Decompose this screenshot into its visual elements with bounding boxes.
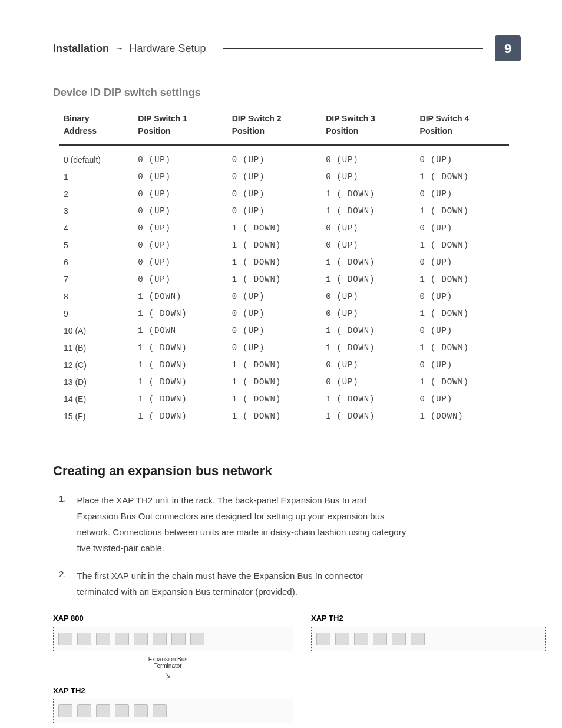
arrow-icon: ↘ <box>53 669 283 681</box>
connector-icon <box>115 633 129 645</box>
cell-switch: 0 (UP) <box>133 169 227 186</box>
table-row: 81 (DOWN)0 (UP)0 (UP)0 (UP) <box>59 288 509 305</box>
label-xapth2-top: XAP TH2 <box>311 612 546 624</box>
cell-switch: 1 (DOWN) <box>415 408 509 431</box>
connector-icon <box>134 633 148 645</box>
connector-icon <box>115 704 129 717</box>
table-row: 50 (UP)1 ( DOWN)0 (UP)1 ( DOWN) <box>59 237 509 254</box>
table-row: 15 (F)1 ( DOWN)1 ( DOWN)1 ( DOWN)1 (DOWN… <box>59 408 509 431</box>
header-breadcrumb: Installation ~ Hardware Setup <box>53 41 206 57</box>
cell-switch: 0 (UP) <box>321 145 415 169</box>
table-row: 13 (D)1 ( DOWN)1 ( DOWN)0 (UP)1 ( DOWN) <box>59 374 509 391</box>
step-text: The first XAP unit in the chain must hav… <box>77 568 407 599</box>
table-row: 10 (UP)0 (UP)0 (UP)1 ( DOWN) <box>59 169 509 186</box>
cell-switch: 1 ( DOWN) <box>133 340 227 357</box>
cell-switch: 1 (DOWN <box>133 322 227 340</box>
ebus-section-title: Creating an expansion bus network <box>53 461 521 480</box>
cell-address: 13 (D) <box>59 374 133 391</box>
cell-switch: 1 ( DOWN) <box>415 169 509 186</box>
cell-address: 5 <box>59 237 133 254</box>
table-row: 20 (UP)0 (UP)1 ( DOWN)0 (UP) <box>59 186 509 203</box>
cell-address: 0 (default) <box>59 145 133 169</box>
cell-address: 6 <box>59 254 133 271</box>
connector-icon <box>58 633 72 645</box>
document-page: Installation ~ Hardware Setup 9 Device I… <box>0 0 562 728</box>
connector-icon <box>411 633 425 645</box>
terminator-label-1: Expansion Bus Terminator <box>53 656 283 669</box>
table-row: 40 (UP)1 ( DOWN)0 (UP)0 (UP) <box>59 220 509 237</box>
cell-switch: 0 (UP) <box>321 374 415 391</box>
connector-icon <box>96 633 110 645</box>
connector-icon <box>354 633 368 645</box>
cell-switch: 0 (UP) <box>133 254 227 271</box>
step-item: 2. The first XAP unit in the chain must … <box>59 568 521 599</box>
cell-switch: 1 ( DOWN) <box>415 374 509 391</box>
connector-icon <box>190 633 204 645</box>
cell-switch: 0 (UP) <box>415 220 509 237</box>
connector-icon <box>153 704 167 717</box>
panel-xap800 <box>53 627 293 651</box>
cell-switch: 0 (UP) <box>415 186 509 203</box>
header-separator: ~ <box>116 41 123 57</box>
cell-switch: 1 ( DOWN) <box>415 237 509 254</box>
figure-top-row: XAP 800 XAP TH2 <box>53 611 521 651</box>
cell-switch: 1 ( DOWN) <box>133 357 227 374</box>
cell-switch: 0 (UP) <box>321 305 415 322</box>
cell-switch: 1 ( DOWN) <box>415 271 509 288</box>
cell-switch: 0 (UP) <box>227 169 321 186</box>
cell-address: 9 <box>59 305 133 322</box>
cell-switch: 1 ( DOWN) <box>321 203 415 220</box>
steps-list: 1. Place the XAP TH2 unit in the rack. T… <box>59 492 521 599</box>
cell-switch: 0 (UP) <box>227 288 321 305</box>
page-number-badge: 9 <box>495 35 521 61</box>
col-dip1: DIP Switch 1 Position <box>133 113 227 145</box>
cell-address: 1 <box>59 169 133 186</box>
cell-switch: 0 (UP) <box>321 237 415 254</box>
cell-switch: 1 ( DOWN) <box>321 254 415 271</box>
cell-switch: 1 ( DOWN) <box>227 391 321 408</box>
header-section: Installation <box>53 41 109 57</box>
page-header: Installation ~ Hardware Setup 9 <box>53 35 521 61</box>
table-row: 12 (C)1 ( DOWN)1 ( DOWN)0 (UP)0 (UP) <box>59 357 509 374</box>
header-rule <box>223 48 483 49</box>
cell-address: 10 (A) <box>59 322 133 340</box>
header-subsection: Hardware Setup <box>130 41 206 57</box>
cell-switch: 0 (UP) <box>321 169 415 186</box>
cell-switch: 0 (UP) <box>415 322 509 340</box>
cell-switch: 1 ( DOWN) <box>227 254 321 271</box>
table-header-row: Binary Address DIP Switch 1 Position DIP… <box>59 113 509 145</box>
cell-switch: 0 (UP) <box>321 288 415 305</box>
cell-switch: 0 (UP) <box>133 203 227 220</box>
cell-switch: 0 (UP) <box>133 237 227 254</box>
cell-switch: 1 ( DOWN) <box>227 374 321 391</box>
col-dip3: DIP Switch 3 Position <box>321 113 415 145</box>
figure-contents: XAP 800 XAP TH2 <box>53 611 521 728</box>
panel-xapth2-bottom <box>53 699 293 723</box>
cell-switch: 0 (UP) <box>227 305 321 322</box>
connector-icon <box>171 633 186 645</box>
cell-switch: 1 ( DOWN) <box>133 408 227 431</box>
col-dip2: DIP Switch 2 Position <box>227 113 321 145</box>
panel-xapth2-top <box>311 627 546 651</box>
cell-switch: 1 ( DOWN) <box>227 357 321 374</box>
step-text: Place the XAP TH2 unit in the rack. The … <box>77 492 407 556</box>
cell-switch: 0 (UP) <box>133 145 227 169</box>
dip-section-title: Device ID DIP switch settings <box>53 85 521 101</box>
cell-address: 12 (C) <box>59 357 133 374</box>
cell-switch: 1 ( DOWN) <box>415 203 509 220</box>
cell-address: 2 <box>59 186 133 203</box>
col-binary-address: Binary Address <box>59 113 133 145</box>
cell-switch: 1 ( DOWN) <box>321 271 415 288</box>
connector-icon <box>77 633 91 645</box>
table-row: 91 ( DOWN)0 (UP)0 (UP)1 ( DOWN) <box>59 305 509 322</box>
cell-address: 15 (F) <box>59 408 133 431</box>
cell-address: 7 <box>59 271 133 288</box>
cell-switch: 0 (UP) <box>227 203 321 220</box>
cell-switch: 0 (UP) <box>227 145 321 169</box>
cell-address: 11 (B) <box>59 340 133 357</box>
table-row: 11 (B)1 ( DOWN)0 (UP)1 ( DOWN)1 ( DOWN) <box>59 340 509 357</box>
cell-switch: 0 (UP) <box>415 254 509 271</box>
cell-switch: 0 (UP) <box>133 271 227 288</box>
cell-switch: 0 (UP) <box>321 220 415 237</box>
cell-address: 14 (E) <box>59 391 133 408</box>
